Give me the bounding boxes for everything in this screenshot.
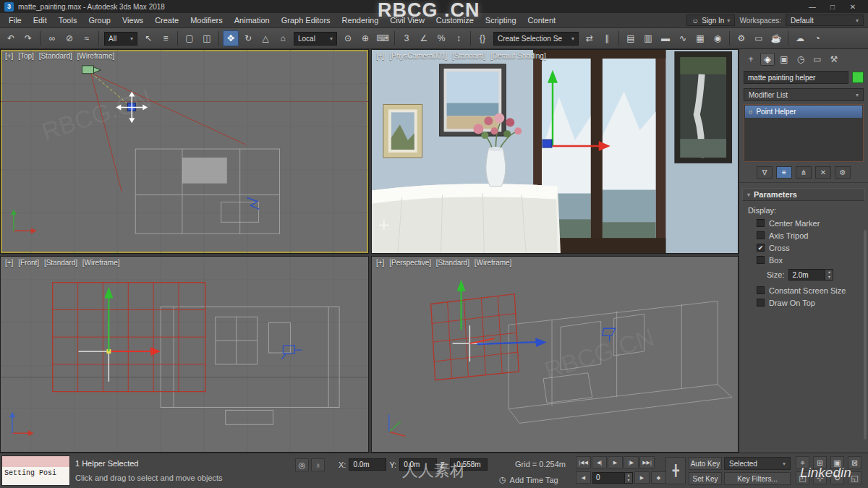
menu-customize[interactable]: Customize [430,14,480,27]
menu-scripting[interactable]: Scripting [480,14,522,27]
select-by-name-icon[interactable]: ≡ [158,30,174,46]
checkbox-box[interactable] [757,299,765,307]
spinner-snap-icon[interactable]: ↕ [451,30,467,46]
zoom-region-icon[interactable]: ◰ [796,471,809,484]
set-key-button[interactable]: Set Key [689,472,722,485]
next-frame-button[interactable]: |▶ [624,456,639,468]
viewport-pov-label[interactable]: [PhysCamera001] [389,52,447,60]
render-setup-icon[interactable]: ⚙ [733,30,749,46]
select-and-scale-icon[interactable]: △ [258,30,273,46]
viewport-menu-button[interactable]: [+] [376,52,384,60]
checkbox-box[interactable] [757,231,765,239]
schematic-view-icon[interactable]: ▦ [692,30,708,46]
object-color-swatch[interactable] [852,72,864,83]
viewport-renderer-label[interactable]: [Standard] [452,52,485,60]
spinner-arrows[interactable]: ▴ ▾ [825,270,833,280]
scene-explorer-icon[interactable]: ▤ [623,30,639,46]
checkbox-box[interactable]: Box [757,254,868,266]
parameters-rollout-header[interactable]: ▾ Parameters [742,188,865,201]
set-keys-button[interactable]: ╋ [665,457,686,484]
pan-icon[interactable]: ⊹ [813,471,827,484]
make-unique-icon[interactable]: ⋔ [796,166,812,179]
viewport-shading-label[interactable]: [Default Shading] [490,52,546,60]
minimize-button[interactable]: — [807,3,817,11]
bind-to-space-warp-icon[interactable]: ≈ [79,30,95,46]
tab-create[interactable]: + [744,53,758,66]
checkbox-box[interactable]: ✔ [757,244,765,252]
modifier-stack[interactable]: ○ Point Helper [744,104,864,162]
viewport-front[interactable]: [+] [Front] [Standard] [Wireframe] [0,256,369,453]
checkbox-axis-tripod[interactable]: Axis Tripod [757,229,868,241]
menu-civil-view[interactable]: Civil View [384,14,430,27]
viewport-pov-label[interactable]: [Front] [18,259,39,267]
zoom-icon[interactable]: ⌖ [796,456,809,469]
reference-coordinate-dropdown[interactable]: Local▾ [294,32,337,46]
snaps-toggle-icon[interactable]: 3 [399,30,414,46]
tab-display[interactable]: ▭ [810,53,825,66]
tab-utilities[interactable]: ⚒ [827,53,841,66]
spin-down-icon[interactable]: ▾ [625,478,632,483]
named-selection-sets-dropdown[interactable]: Create Selection Se▾ [493,32,579,46]
zoom-extents-icon[interactable]: ▣ [830,456,844,469]
viewport-shading-label[interactable]: [Wireframe] [77,52,115,60]
align-icon[interactable]: ∥ [599,30,615,46]
show-end-result-icon[interactable]: ≡ [776,166,792,179]
maximize-viewport-icon[interactable]: ◱ [848,471,861,484]
zoom-all-icon[interactable]: ⊞ [813,456,827,469]
angle-snap-icon[interactable]: ∠ [416,30,432,46]
select-and-place-icon[interactable]: ⌂ [275,30,291,46]
ribbon-icon[interactable]: ▬ [658,30,673,46]
go-to-start-button[interactable]: |◀◀ [576,456,591,468]
key-mode-toggle[interactable]: ◆ [651,471,666,484]
tab-hierarchy[interactable]: ▣ [777,53,791,66]
panel-scrollbar[interactable] [864,230,867,440]
render-production-icon[interactable]: ☕ [768,30,784,46]
checkbox-box[interactable] [757,286,765,294]
material-editor-icon[interactable]: ◉ [710,30,726,46]
edit-named-selections-icon[interactable]: {} [475,30,490,46]
checkbox-cross[interactable]: ✔Cross [757,241,868,254]
keyboard-override-icon[interactable]: ⌨ [375,30,391,46]
play-button[interactable]: ▶ [608,456,623,468]
mirror-icon[interactable]: ⇄ [582,30,597,46]
key-filters-button[interactable]: Key Filters... [724,472,791,485]
viewport-menu-button[interactable]: [+] [376,259,384,267]
spin-down-icon[interactable]: ▾ [825,275,833,280]
undo-icon[interactable]: ↶ [3,30,19,46]
menu-content[interactable]: Content [522,14,562,27]
selection-lock-icon[interactable]: ♁ [311,458,325,471]
checkbox-box[interactable] [757,219,765,227]
add-time-tag[interactable]: ◷ Add Time Tag [499,475,558,484]
render-iterative-icon[interactable]: ◔ [809,30,825,46]
remove-modifier-icon[interactable]: ✕ [815,166,831,179]
maximize-button[interactable]: □ [827,3,838,11]
go-to-end-button[interactable]: ▶▶| [639,456,655,468]
tab-modify[interactable]: ◈ [760,53,775,66]
menu-graph-editors[interactable]: Graph Editors [276,14,336,27]
auto-key-button[interactable]: Auto Key [689,457,722,470]
current-frame-field[interactable]: 0 ▴ ▾ [592,472,633,484]
close-button[interactable]: ✕ [848,3,858,11]
selection-region-icon[interactable]: ▢ [182,30,197,46]
orbit-icon[interactable]: ↻ [830,471,844,484]
viewport-top[interactable]: [+] [Top] [Standard] [Wireframe] [0,49,369,254]
stack-onoff-icon[interactable]: ○ [749,108,752,116]
select-and-move-icon[interactable]: ✥ [223,30,239,46]
redo-icon[interactable]: ↷ [20,30,36,46]
viewport-shading-label[interactable]: [Wireframe] [475,259,512,267]
menu-animation[interactable]: Animation [229,14,276,27]
maxscript-mini-listener[interactable]: Setting Posi [1,455,70,486]
menu-file[interactable]: File [3,14,27,27]
menu-tools[interactable]: Tools [53,14,83,27]
zoom-extents-all-icon[interactable]: ⊠ [848,456,861,469]
next-frame-spin[interactable]: ▶ [634,471,650,484]
viewport-pov-label[interactable]: [Perspective] [389,259,431,267]
select-and-link-icon[interactable]: ∞ [44,30,60,46]
menu-edit[interactable]: Edit [27,14,53,27]
select-and-rotate-icon[interactable]: ↻ [240,30,256,46]
isolate-selection-icon[interactable]: ◎ [295,458,309,471]
unlink-selection-icon[interactable]: ⊘ [61,30,77,46]
use-pivot-center-icon[interactable]: ⊙ [340,30,356,46]
size-value[interactable]: 2.0m [789,271,825,279]
viewport-menu-button[interactable]: [+] [5,52,13,60]
